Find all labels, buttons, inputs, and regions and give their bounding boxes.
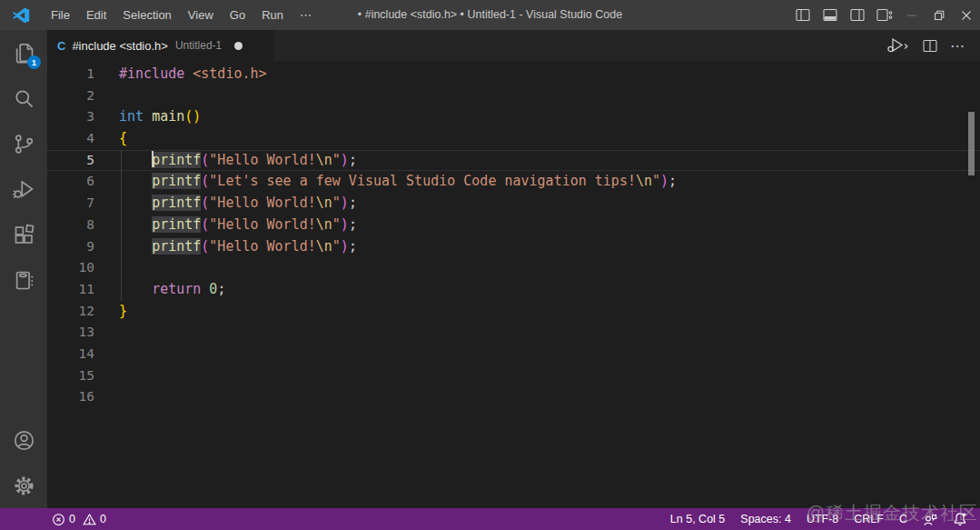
notifications-bell-icon[interactable] bbox=[953, 512, 967, 526]
line-number[interactable]: 13 bbox=[47, 322, 94, 344]
line-number[interactable]: 16 bbox=[47, 386, 94, 408]
explorer-badge: 1 bbox=[27, 55, 41, 69]
vertical-scrollbar[interactable] bbox=[968, 112, 975, 175]
error-count: 0 bbox=[69, 513, 75, 525]
warning-count: 0 bbox=[100, 513, 106, 525]
code-line-8[interactable]: 8 printf("Hello World!\n"); bbox=[47, 215, 980, 236]
accounts-icon[interactable] bbox=[0, 417, 47, 463]
indent-guide bbox=[121, 150, 122, 301]
cursor-position[interactable]: Ln 5, Col 5 bbox=[670, 513, 725, 525]
language-mode[interactable]: C bbox=[899, 513, 907, 525]
notebook-icon[interactable] bbox=[0, 257, 47, 303]
line-number[interactable]: 10 bbox=[47, 257, 94, 279]
search-icon[interactable] bbox=[0, 75, 47, 121]
toggle-sidebar-icon[interactable] bbox=[789, 0, 817, 30]
code-line-13[interactable]: 13 bbox=[47, 322, 980, 344]
eol-sequence[interactable]: CRLF bbox=[854, 513, 884, 525]
code-line-15[interactable]: 15 bbox=[47, 365, 980, 387]
encoding[interactable]: UTF-8 bbox=[807, 513, 838, 525]
warning-icon bbox=[83, 513, 96, 526]
line-number[interactable]: 6 bbox=[47, 171, 94, 193]
code-line-14[interactable]: 14 bbox=[47, 344, 980, 365]
menu-file[interactable]: File bbox=[43, 0, 78, 30]
line-number[interactable]: 15 bbox=[47, 365, 94, 387]
vscode-window: File Edit Selection View Go Run ⋯ • #inc… bbox=[0, 0, 980, 530]
line-number[interactable]: 4 bbox=[47, 128, 94, 150]
extensions-icon[interactable] bbox=[0, 212, 47, 257]
tab-untitled-1[interactable]: C #include <stdio.h> Untitled-1 bbox=[47, 30, 274, 61]
c-language-icon: C bbox=[57, 39, 65, 53]
run-and-debug-icon[interactable] bbox=[0, 166, 47, 212]
line-number[interactable]: 12 bbox=[47, 301, 94, 323]
tab-bar: C #include <stdio.h> Untitled-1 ⋯ bbox=[47, 30, 980, 61]
more-actions-icon[interactable]: ⋯ bbox=[946, 30, 969, 61]
explorer-icon[interactable]: 1 bbox=[0, 30, 47, 75]
line-number[interactable]: 1 bbox=[47, 64, 94, 85]
line-number[interactable]: 7 bbox=[47, 193, 94, 215]
problems-indicator[interactable]: 0 0 bbox=[52, 513, 106, 526]
status-bar: 0 0 Ln 5, Col 5 Spaces: 4 UTF-8 CRLF C bbox=[0, 508, 980, 530]
menu-more[interactable]: ⋯ bbox=[292, 0, 320, 30]
menu-go[interactable]: Go bbox=[222, 0, 253, 30]
close-window-button[interactable] bbox=[953, 0, 980, 30]
menu-selection[interactable]: Selection bbox=[114, 0, 179, 30]
line-number[interactable]: 5 bbox=[47, 150, 94, 172]
code-line-7[interactable]: 7 printf("Hello World!\n"); bbox=[47, 193, 980, 215]
source-control-icon[interactable] bbox=[0, 121, 47, 166]
line-number[interactable]: 3 bbox=[47, 106, 94, 128]
error-icon bbox=[52, 513, 65, 526]
menu-edit[interactable]: Edit bbox=[78, 0, 114, 30]
code-line-1[interactable]: 1#include <stdio.h> bbox=[47, 64, 980, 85]
activity-bar: 1 bbox=[0, 30, 47, 508]
customize-layout-icon[interactable] bbox=[871, 0, 898, 30]
editor[interactable]: 1#include <stdio.h>23int main()4{5 print… bbox=[47, 61, 980, 508]
minimize-button[interactable] bbox=[898, 0, 926, 30]
line-number[interactable]: 8 bbox=[47, 215, 94, 236]
code-area: 1#include <stdio.h>23int main()4{5 print… bbox=[47, 61, 980, 408]
feedback-icon[interactable] bbox=[923, 513, 937, 526]
indentation[interactable]: Spaces: 4 bbox=[740, 513, 791, 525]
tab-description: Untitled-1 bbox=[175, 39, 222, 52]
line-number[interactable]: 9 bbox=[47, 236, 94, 258]
code-line-6[interactable]: 6 printf("Let's see a few Visual Studio … bbox=[47, 171, 980, 193]
run-or-debug-icon[interactable] bbox=[883, 30, 914, 61]
code-line-11[interactable]: 11 return 0; bbox=[47, 279, 980, 301]
code-line-10[interactable]: 10 bbox=[47, 257, 980, 279]
title-bar: File Edit Selection View Go Run ⋯ • #inc… bbox=[0, 0, 980, 30]
menu-run[interactable]: Run bbox=[253, 0, 292, 30]
line-number[interactable]: 14 bbox=[47, 344, 94, 365]
code-line-2[interactable]: 2 bbox=[47, 85, 980, 107]
editor-actions: ⋯ bbox=[883, 30, 980, 61]
vscode-logo-icon bbox=[12, 6, 30, 25]
toggle-panel-icon[interactable] bbox=[817, 0, 844, 30]
split-editor-icon[interactable] bbox=[919, 30, 941, 61]
line-number[interactable]: 11 bbox=[47, 279, 94, 301]
code-line-5[interactable]: 5 printf("Hello World!\n"); bbox=[47, 150, 980, 172]
code-line-4[interactable]: 4{ bbox=[47, 128, 980, 150]
code-line-12[interactable]: 12} bbox=[47, 301, 980, 323]
restore-button[interactable] bbox=[926, 0, 953, 30]
code-line-9[interactable]: 9 printf("Hello World!\n"); bbox=[47, 236, 980, 258]
line-number[interactable]: 2 bbox=[47, 85, 94, 107]
text-cursor bbox=[152, 151, 153, 167]
code-line-3[interactable]: 3int main() bbox=[47, 106, 980, 128]
window-title: • #include <stdio.h> • Untitled-1 - Visu… bbox=[358, 0, 622, 30]
code-line-16[interactable]: 16 bbox=[47, 386, 980, 408]
menu-view[interactable]: View bbox=[180, 0, 222, 30]
toggle-secondary-sidebar-icon[interactable] bbox=[844, 0, 871, 30]
settings-gear-icon[interactable] bbox=[0, 463, 47, 508]
tab-label: #include <stdio.h> bbox=[72, 39, 168, 53]
modified-dot-icon[interactable] bbox=[234, 42, 243, 50]
